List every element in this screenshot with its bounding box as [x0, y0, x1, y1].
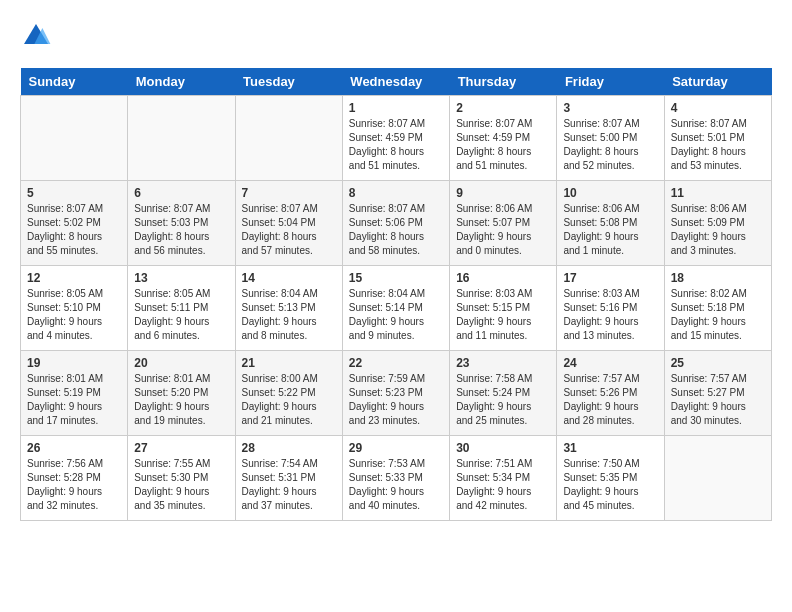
- day-info: Sunrise: 8:03 AM Sunset: 5:15 PM Dayligh…: [456, 287, 550, 343]
- day-number: 21: [242, 356, 336, 370]
- calendar-cell: 11Sunrise: 8:06 AM Sunset: 5:09 PM Dayli…: [664, 181, 771, 266]
- day-info: Sunrise: 8:04 AM Sunset: 5:13 PM Dayligh…: [242, 287, 336, 343]
- day-number: 6: [134, 186, 228, 200]
- calendar-cell: 22Sunrise: 7:59 AM Sunset: 5:23 PM Dayli…: [342, 351, 449, 436]
- day-info: Sunrise: 7:57 AM Sunset: 5:26 PM Dayligh…: [563, 372, 657, 428]
- calendar-cell: 27Sunrise: 7:55 AM Sunset: 5:30 PM Dayli…: [128, 436, 235, 521]
- day-info: Sunrise: 8:05 AM Sunset: 5:10 PM Dayligh…: [27, 287, 121, 343]
- calendar-cell: 13Sunrise: 8:05 AM Sunset: 5:11 PM Dayli…: [128, 266, 235, 351]
- logo-icon: [20, 20, 52, 52]
- calendar-week-row: 1Sunrise: 8:07 AM Sunset: 4:59 PM Daylig…: [21, 96, 772, 181]
- day-number: 25: [671, 356, 765, 370]
- day-info: Sunrise: 8:03 AM Sunset: 5:16 PM Dayligh…: [563, 287, 657, 343]
- logo: [20, 20, 56, 52]
- calendar-cell: 10Sunrise: 8:06 AM Sunset: 5:08 PM Dayli…: [557, 181, 664, 266]
- calendar-cell: 3Sunrise: 8:07 AM Sunset: 5:00 PM Daylig…: [557, 96, 664, 181]
- day-info: Sunrise: 8:07 AM Sunset: 5:04 PM Dayligh…: [242, 202, 336, 258]
- day-info: Sunrise: 8:07 AM Sunset: 5:02 PM Dayligh…: [27, 202, 121, 258]
- day-info: Sunrise: 8:01 AM Sunset: 5:19 PM Dayligh…: [27, 372, 121, 428]
- day-info: Sunrise: 8:06 AM Sunset: 5:08 PM Dayligh…: [563, 202, 657, 258]
- weekday-header-sunday: Sunday: [21, 68, 128, 96]
- day-number: 27: [134, 441, 228, 455]
- calendar-cell: 25Sunrise: 7:57 AM Sunset: 5:27 PM Dayli…: [664, 351, 771, 436]
- calendar-cell: 29Sunrise: 7:53 AM Sunset: 5:33 PM Dayli…: [342, 436, 449, 521]
- day-number: 31: [563, 441, 657, 455]
- day-info: Sunrise: 8:01 AM Sunset: 5:20 PM Dayligh…: [134, 372, 228, 428]
- calendar-cell: 30Sunrise: 7:51 AM Sunset: 5:34 PM Dayli…: [450, 436, 557, 521]
- weekday-header-wednesday: Wednesday: [342, 68, 449, 96]
- day-number: 18: [671, 271, 765, 285]
- day-number: 15: [349, 271, 443, 285]
- calendar-cell: 20Sunrise: 8:01 AM Sunset: 5:20 PM Dayli…: [128, 351, 235, 436]
- day-info: Sunrise: 8:06 AM Sunset: 5:09 PM Dayligh…: [671, 202, 765, 258]
- calendar-week-row: 5Sunrise: 8:07 AM Sunset: 5:02 PM Daylig…: [21, 181, 772, 266]
- day-info: Sunrise: 8:02 AM Sunset: 5:18 PM Dayligh…: [671, 287, 765, 343]
- day-info: Sunrise: 8:05 AM Sunset: 5:11 PM Dayligh…: [134, 287, 228, 343]
- calendar-cell: 4Sunrise: 8:07 AM Sunset: 5:01 PM Daylig…: [664, 96, 771, 181]
- day-number: 10: [563, 186, 657, 200]
- calendar-cell: 5Sunrise: 8:07 AM Sunset: 5:02 PM Daylig…: [21, 181, 128, 266]
- calendar-week-row: 12Sunrise: 8:05 AM Sunset: 5:10 PM Dayli…: [21, 266, 772, 351]
- day-number: 5: [27, 186, 121, 200]
- calendar-cell: 2Sunrise: 8:07 AM Sunset: 4:59 PM Daylig…: [450, 96, 557, 181]
- calendar-cell: [235, 96, 342, 181]
- day-info: Sunrise: 8:07 AM Sunset: 5:01 PM Dayligh…: [671, 117, 765, 173]
- day-number: 23: [456, 356, 550, 370]
- calendar-cell: 23Sunrise: 7:58 AM Sunset: 5:24 PM Dayli…: [450, 351, 557, 436]
- day-info: Sunrise: 8:07 AM Sunset: 4:59 PM Dayligh…: [349, 117, 443, 173]
- day-info: Sunrise: 7:51 AM Sunset: 5:34 PM Dayligh…: [456, 457, 550, 513]
- day-info: Sunrise: 7:55 AM Sunset: 5:30 PM Dayligh…: [134, 457, 228, 513]
- day-number: 1: [349, 101, 443, 115]
- day-number: 19: [27, 356, 121, 370]
- calendar-cell: 14Sunrise: 8:04 AM Sunset: 5:13 PM Dayli…: [235, 266, 342, 351]
- day-number: 29: [349, 441, 443, 455]
- calendar-cell: [128, 96, 235, 181]
- day-number: 8: [349, 186, 443, 200]
- day-number: 26: [27, 441, 121, 455]
- day-info: Sunrise: 7:53 AM Sunset: 5:33 PM Dayligh…: [349, 457, 443, 513]
- day-number: 9: [456, 186, 550, 200]
- day-number: 2: [456, 101, 550, 115]
- day-number: 12: [27, 271, 121, 285]
- calendar-cell: 12Sunrise: 8:05 AM Sunset: 5:10 PM Dayli…: [21, 266, 128, 351]
- day-number: 24: [563, 356, 657, 370]
- calendar-cell: 18Sunrise: 8:02 AM Sunset: 5:18 PM Dayli…: [664, 266, 771, 351]
- day-info: Sunrise: 7:56 AM Sunset: 5:28 PM Dayligh…: [27, 457, 121, 513]
- calendar-cell: 19Sunrise: 8:01 AM Sunset: 5:19 PM Dayli…: [21, 351, 128, 436]
- calendar-table: SundayMondayTuesdayWednesdayThursdayFrid…: [20, 68, 772, 521]
- day-info: Sunrise: 8:00 AM Sunset: 5:22 PM Dayligh…: [242, 372, 336, 428]
- calendar-cell: 24Sunrise: 7:57 AM Sunset: 5:26 PM Dayli…: [557, 351, 664, 436]
- calendar-cell: [21, 96, 128, 181]
- day-number: 13: [134, 271, 228, 285]
- calendar-cell: 1Sunrise: 8:07 AM Sunset: 4:59 PM Daylig…: [342, 96, 449, 181]
- day-number: 20: [134, 356, 228, 370]
- day-info: Sunrise: 8:07 AM Sunset: 5:06 PM Dayligh…: [349, 202, 443, 258]
- calendar-cell: 21Sunrise: 8:00 AM Sunset: 5:22 PM Dayli…: [235, 351, 342, 436]
- calendar-cell: 15Sunrise: 8:04 AM Sunset: 5:14 PM Dayli…: [342, 266, 449, 351]
- page-header: [20, 20, 772, 52]
- day-info: Sunrise: 7:57 AM Sunset: 5:27 PM Dayligh…: [671, 372, 765, 428]
- day-info: Sunrise: 8:04 AM Sunset: 5:14 PM Dayligh…: [349, 287, 443, 343]
- calendar-cell: [664, 436, 771, 521]
- calendar-cell: 31Sunrise: 7:50 AM Sunset: 5:35 PM Dayli…: [557, 436, 664, 521]
- day-info: Sunrise: 8:07 AM Sunset: 5:03 PM Dayligh…: [134, 202, 228, 258]
- calendar-cell: 17Sunrise: 8:03 AM Sunset: 5:16 PM Dayli…: [557, 266, 664, 351]
- calendar-cell: 26Sunrise: 7:56 AM Sunset: 5:28 PM Dayli…: [21, 436, 128, 521]
- day-info: Sunrise: 7:58 AM Sunset: 5:24 PM Dayligh…: [456, 372, 550, 428]
- day-info: Sunrise: 8:06 AM Sunset: 5:07 PM Dayligh…: [456, 202, 550, 258]
- day-info: Sunrise: 7:54 AM Sunset: 5:31 PM Dayligh…: [242, 457, 336, 513]
- day-number: 4: [671, 101, 765, 115]
- day-number: 7: [242, 186, 336, 200]
- day-number: 28: [242, 441, 336, 455]
- day-number: 22: [349, 356, 443, 370]
- calendar-cell: 28Sunrise: 7:54 AM Sunset: 5:31 PM Dayli…: [235, 436, 342, 521]
- weekday-header-thursday: Thursday: [450, 68, 557, 96]
- day-number: 16: [456, 271, 550, 285]
- day-number: 14: [242, 271, 336, 285]
- weekday-header-row: SundayMondayTuesdayWednesdayThursdayFrid…: [21, 68, 772, 96]
- day-number: 30: [456, 441, 550, 455]
- calendar-week-row: 19Sunrise: 8:01 AM Sunset: 5:19 PM Dayli…: [21, 351, 772, 436]
- day-info: Sunrise: 8:07 AM Sunset: 5:00 PM Dayligh…: [563, 117, 657, 173]
- calendar-cell: 7Sunrise: 8:07 AM Sunset: 5:04 PM Daylig…: [235, 181, 342, 266]
- calendar-week-row: 26Sunrise: 7:56 AM Sunset: 5:28 PM Dayli…: [21, 436, 772, 521]
